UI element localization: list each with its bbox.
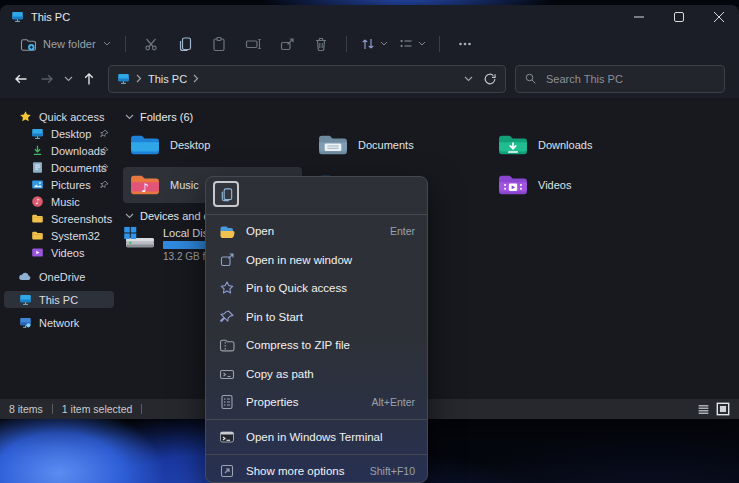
- recent-locations-button[interactable]: [60, 66, 76, 92]
- chevron-right-icon[interactable]: [136, 74, 142, 83]
- menu-shortcut: Alt+Enter: [372, 396, 415, 408]
- sidebar-item-this-pc[interactable]: This PC: [4, 291, 114, 308]
- menu-item-properties[interactable]: Properties Alt+Enter: [206, 388, 427, 417]
- menu-item-open-in-new-window[interactable]: Open in new window: [206, 246, 427, 275]
- sidebar-item-quick-access[interactable]: Quick access: [4, 108, 114, 125]
- sidebar-item-pictures[interactable]: Pictures: [4, 176, 114, 193]
- minimize-button[interactable]: [619, 5, 659, 28]
- menu-item-label: Open: [246, 225, 274, 237]
- sort-arrows-icon: [360, 36, 376, 52]
- search-box[interactable]: [515, 65, 725, 93]
- details-view-toggle-icon[interactable]: [697, 403, 710, 416]
- videos-folder-icon: [498, 172, 528, 198]
- folder-icon: [30, 229, 44, 243]
- menu-item-open[interactable]: Open Enter: [206, 217, 427, 246]
- menu-item-compress-to-zip[interactable]: Compress to ZIP file: [206, 331, 427, 360]
- menu-item-pin-to-quick-access[interactable]: Pin to Quick access: [206, 274, 427, 303]
- search-input[interactable]: [544, 72, 716, 86]
- sidebar-item-label: Screenshots: [51, 213, 112, 225]
- tile-label: Desktop: [170, 139, 210, 151]
- open-new-window-icon: [219, 252, 235, 268]
- sidebar-item-network[interactable]: Network: [4, 314, 114, 331]
- share-button[interactable]: [270, 32, 304, 56]
- pushpin-icon: [219, 309, 235, 325]
- menu-item-label: Compress to ZIP file: [246, 339, 350, 351]
- titlebar[interactable]: This PC: [0, 5, 739, 28]
- tile-label: Music: [170, 179, 199, 191]
- sidebar-item-label: System32: [51, 230, 100, 242]
- cut-button[interactable]: [134, 32, 168, 56]
- sidebar-item-screenshots[interactable]: Screenshots: [4, 210, 114, 227]
- delete-button[interactable]: [304, 32, 338, 56]
- section-label: Folders (6): [140, 111, 193, 123]
- context-menu: Open Enter Open in new window Pin to Qui…: [205, 176, 428, 483]
- sidebar-item-label: Network: [39, 317, 79, 329]
- breadcrumb-this-pc[interactable]: This PC: [148, 73, 187, 85]
- menu-item-label: Copy as path: [246, 368, 314, 380]
- video-icon: [30, 246, 44, 260]
- address-bar[interactable]: This PC: [108, 65, 506, 93]
- navigation-bar: This PC: [0, 59, 739, 99]
- menu-item-copy-as-path[interactable]: Copy as path: [206, 360, 427, 389]
- address-dropdown-icon[interactable]: [464, 76, 473, 82]
- sidebar-item-documents[interactable]: Documents: [4, 159, 114, 176]
- menu-item-show-more-options[interactable]: Show more options Shift+F10: [206, 457, 427, 483]
- tile-documents[interactable]: Documents: [311, 127, 498, 163]
- command-toolbar: New folder: [0, 28, 739, 59]
- sidebar-item-label: Pictures: [51, 179, 91, 191]
- sidebar-item-desktop[interactable]: Desktop: [4, 125, 114, 142]
- forward-button[interactable]: [34, 66, 60, 92]
- close-button[interactable]: [699, 5, 739, 28]
- download-arrow-icon: [30, 144, 44, 158]
- sidebar-item-music[interactable]: ♪ Music: [4, 193, 114, 210]
- folders-section-header: Folders (6): [125, 109, 193, 124]
- desktop-folder-icon: [130, 132, 160, 158]
- large-icons-view-toggle-icon[interactable]: [716, 402, 730, 416]
- terminal-icon: [219, 429, 235, 445]
- navigation-pane: Quick access Desktop Downloads Documents…: [0, 98, 118, 399]
- up-button[interactable]: [76, 66, 102, 92]
- copy-button[interactable]: [168, 32, 202, 56]
- see-more-button[interactable]: [448, 32, 482, 56]
- copy-icon-button[interactable]: [213, 181, 239, 207]
- section-collapse-icon[interactable]: [125, 213, 134, 219]
- sidebar-item-label: Documents: [51, 162, 107, 174]
- sidebar-item-system32[interactable]: System32: [4, 227, 114, 244]
- view-button[interactable]: [393, 32, 431, 56]
- sidebar-item-onedrive[interactable]: OneDrive: [4, 268, 114, 285]
- menu-shortcut: Shift+F10: [370, 465, 415, 477]
- network-icon: [18, 316, 32, 330]
- chevron-down-icon: [418, 41, 426, 46]
- menu-item-pin-to-start[interactable]: Pin to Start: [206, 303, 427, 332]
- maximize-button[interactable]: [659, 5, 699, 28]
- refresh-icon[interactable]: [483, 72, 497, 86]
- picture-icon: [30, 178, 44, 192]
- section-collapse-icon[interactable]: [125, 114, 134, 120]
- new-folder-label: New folder: [43, 38, 96, 50]
- menu-separator: [206, 214, 427, 215]
- sidebar-item-downloads[interactable]: Downloads: [4, 142, 114, 159]
- location-monitor-icon: [117, 72, 130, 85]
- status-divider: [52, 404, 53, 414]
- new-folder-button[interactable]: New folder: [14, 32, 117, 56]
- menu-item-label: Pin to Start: [246, 311, 303, 323]
- item-count: 8 items: [9, 403, 43, 415]
- back-button[interactable]: [8, 66, 34, 92]
- tile-videos[interactable]: Videos: [491, 167, 678, 203]
- menu-item-label: Open in new window: [246, 254, 352, 266]
- music-folder-icon: ♪: [130, 172, 160, 198]
- tile-downloads[interactable]: Downloads: [491, 127, 678, 163]
- tile-label: Downloads: [538, 139, 592, 151]
- properties-icon: [219, 394, 235, 410]
- pin-icon: [100, 180, 109, 189]
- sidebar-item-label: Desktop: [51, 128, 91, 140]
- menu-item-open-in-windows-terminal[interactable]: Open in Windows Terminal: [206, 423, 427, 452]
- paste-button[interactable]: [202, 32, 236, 56]
- menu-item-label: Pin to Quick access: [246, 282, 347, 294]
- rename-button[interactable]: [236, 32, 270, 56]
- chevron-right-icon[interactable]: [193, 74, 199, 83]
- sort-button[interactable]: [355, 32, 393, 56]
- chevron-down-icon: [380, 41, 388, 46]
- tile-desktop[interactable]: Desktop: [123, 127, 310, 163]
- sidebar-item-videos[interactable]: Videos: [4, 244, 114, 261]
